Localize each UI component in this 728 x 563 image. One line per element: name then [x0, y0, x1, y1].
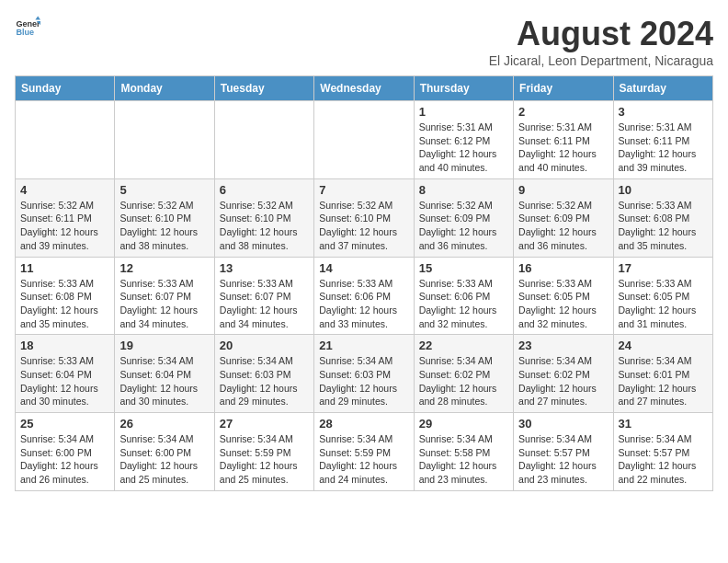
- week-row-4: 18Sunrise: 5:33 AM Sunset: 6:04 PM Dayli…: [16, 335, 713, 413]
- day-info: Sunrise: 5:34 AM Sunset: 6:04 PM Dayligh…: [119, 354, 209, 408]
- calendar-cell: 18Sunrise: 5:33 AM Sunset: 6:04 PM Dayli…: [16, 335, 115, 413]
- calendar-cell: 21Sunrise: 5:34 AM Sunset: 6:03 PM Dayli…: [314, 335, 414, 413]
- day-number: 3: [619, 105, 708, 119]
- title-section: August 2024 El Jicaral, Leon Department,…: [489, 15, 713, 68]
- day-number: 21: [319, 339, 408, 352]
- day-info: Sunrise: 5:34 AM Sunset: 6:02 PM Dayligh…: [518, 354, 608, 408]
- day-number: 27: [220, 417, 309, 431]
- day-info: Sunrise: 5:33 AM Sunset: 6:05 PM Dayligh…: [518, 277, 608, 331]
- day-info: Sunrise: 5:34 AM Sunset: 6:01 PM Dayligh…: [619, 354, 708, 408]
- day-number: 28: [319, 417, 408, 431]
- day-info: Sunrise: 5:32 AM Sunset: 6:10 PM Dayligh…: [119, 199, 209, 253]
- logo-icon: General Blue: [15, 15, 40, 40]
- calendar-cell: 16Sunrise: 5:33 AM Sunset: 6:05 PM Dayli…: [514, 257, 613, 335]
- day-number: 22: [419, 339, 508, 352]
- day-info: Sunrise: 5:33 AM Sunset: 6:08 PM Dayligh…: [20, 277, 109, 331]
- calendar-cell: [314, 101, 414, 179]
- day-info: Sunrise: 5:31 AM Sunset: 6:12 PM Dayligh…: [419, 121, 508, 175]
- day-number: 16: [518, 261, 608, 275]
- day-number: 1: [419, 105, 508, 119]
- calendar-cell: [214, 101, 313, 179]
- calendar-cell: 10Sunrise: 5:33 AM Sunset: 6:08 PM Dayli…: [613, 178, 712, 257]
- week-row-1: 1Sunrise: 5:31 AM Sunset: 6:12 PM Daylig…: [16, 101, 713, 179]
- calendar-table: SundayMondayTuesdayWednesdayThursdayFrid…: [15, 75, 713, 491]
- day-info: Sunrise: 5:34 AM Sunset: 5:59 PM Dayligh…: [220, 432, 309, 487]
- calendar-cell: 29Sunrise: 5:34 AM Sunset: 5:58 PM Dayli…: [414, 413, 513, 491]
- day-info: Sunrise: 5:34 AM Sunset: 5:58 PM Dayligh…: [419, 432, 508, 487]
- week-row-5: 25Sunrise: 5:34 AM Sunset: 6:00 PM Dayli…: [16, 413, 713, 491]
- main-title: August 2024: [489, 15, 713, 53]
- page-header: General Blue August 2024 El Jicaral, Leo…: [15, 15, 713, 68]
- calendar-cell: 9Sunrise: 5:32 AM Sunset: 6:09 PM Daylig…: [514, 178, 613, 257]
- day-number: 24: [619, 339, 708, 352]
- calendar-cell: 12Sunrise: 5:33 AM Sunset: 6:07 PM Dayli…: [115, 257, 214, 335]
- calendar-cell: [115, 101, 214, 179]
- day-info: Sunrise: 5:34 AM Sunset: 6:03 PM Dayligh…: [319, 354, 408, 408]
- calendar-cell: 20Sunrise: 5:34 AM Sunset: 6:03 PM Dayli…: [214, 335, 313, 413]
- day-number: 20: [220, 339, 309, 352]
- calendar-cell: 1Sunrise: 5:31 AM Sunset: 6:12 PM Daylig…: [414, 101, 513, 179]
- week-row-3: 11Sunrise: 5:33 AM Sunset: 6:08 PM Dayli…: [16, 257, 713, 335]
- svg-marker-2: [35, 16, 40, 19]
- calendar-cell: 28Sunrise: 5:34 AM Sunset: 5:59 PM Dayli…: [314, 413, 414, 491]
- day-header-sunday: Sunday: [16, 76, 115, 101]
- calendar-cell: 6Sunrise: 5:32 AM Sunset: 6:10 PM Daylig…: [214, 178, 313, 257]
- calendar-cell: 19Sunrise: 5:34 AM Sunset: 6:04 PM Dayli…: [115, 335, 214, 413]
- day-number: 30: [518, 417, 608, 431]
- day-info: Sunrise: 5:32 AM Sunset: 6:11 PM Dayligh…: [20, 199, 109, 253]
- calendar-cell: 7Sunrise: 5:32 AM Sunset: 6:10 PM Daylig…: [314, 178, 414, 257]
- day-number: 5: [119, 183, 209, 197]
- calendar-cell: [16, 101, 115, 179]
- svg-text:General: General: [16, 19, 40, 29]
- day-number: 25: [20, 417, 109, 431]
- day-number: 15: [419, 261, 508, 275]
- calendar-cell: 3Sunrise: 5:31 AM Sunset: 6:11 PM Daylig…: [613, 101, 712, 179]
- day-number: 17: [619, 261, 708, 275]
- day-info: Sunrise: 5:33 AM Sunset: 6:07 PM Dayligh…: [119, 277, 209, 331]
- day-number: 13: [220, 261, 309, 275]
- calendar-cell: 2Sunrise: 5:31 AM Sunset: 6:11 PM Daylig…: [514, 101, 613, 179]
- day-number: 12: [119, 261, 209, 275]
- day-info: Sunrise: 5:33 AM Sunset: 6:08 PM Dayligh…: [619, 199, 708, 253]
- day-info: Sunrise: 5:32 AM Sunset: 6:10 PM Dayligh…: [319, 199, 408, 253]
- day-info: Sunrise: 5:34 AM Sunset: 6:00 PM Dayligh…: [119, 432, 209, 487]
- calendar-cell: 22Sunrise: 5:34 AM Sunset: 6:02 PM Dayli…: [414, 335, 513, 413]
- calendar-cell: 17Sunrise: 5:33 AM Sunset: 6:05 PM Dayli…: [613, 257, 712, 335]
- day-info: Sunrise: 5:32 AM Sunset: 6:10 PM Dayligh…: [220, 199, 309, 253]
- calendar-cell: 26Sunrise: 5:34 AM Sunset: 6:00 PM Dayli…: [115, 413, 214, 491]
- day-info: Sunrise: 5:32 AM Sunset: 6:09 PM Dayligh…: [419, 199, 508, 253]
- day-info: Sunrise: 5:33 AM Sunset: 6:07 PM Dayligh…: [220, 277, 309, 331]
- day-number: 18: [20, 339, 109, 352]
- calendar-cell: 25Sunrise: 5:34 AM Sunset: 6:00 PM Dayli…: [16, 413, 115, 491]
- calendar-cell: 27Sunrise: 5:34 AM Sunset: 5:59 PM Dayli…: [214, 413, 313, 491]
- svg-text:Blue: Blue: [16, 28, 34, 37]
- day-info: Sunrise: 5:33 AM Sunset: 6:04 PM Dayligh…: [20, 354, 109, 408]
- calendar-body: 1Sunrise: 5:31 AM Sunset: 6:12 PM Daylig…: [16, 101, 713, 491]
- day-header-wednesday: Wednesday: [314, 76, 414, 101]
- calendar-header: SundayMondayTuesdayWednesdayThursdayFrid…: [16, 76, 713, 101]
- day-info: Sunrise: 5:34 AM Sunset: 6:03 PM Dayligh…: [220, 354, 309, 408]
- day-header-tuesday: Tuesday: [214, 76, 313, 101]
- day-number: 14: [319, 261, 408, 275]
- calendar-cell: 14Sunrise: 5:33 AM Sunset: 6:06 PM Dayli…: [314, 257, 414, 335]
- day-number: 23: [518, 339, 608, 352]
- days-of-week-row: SundayMondayTuesdayWednesdayThursdayFrid…: [16, 76, 713, 101]
- day-info: Sunrise: 5:31 AM Sunset: 6:11 PM Dayligh…: [518, 121, 608, 175]
- day-number: 6: [220, 183, 309, 197]
- calendar-cell: 30Sunrise: 5:34 AM Sunset: 5:57 PM Dayli…: [514, 413, 613, 491]
- day-number: 26: [119, 417, 209, 431]
- day-info: Sunrise: 5:34 AM Sunset: 5:59 PM Dayligh…: [319, 432, 408, 487]
- day-number: 19: [119, 339, 209, 352]
- day-number: 29: [419, 417, 508, 431]
- day-header-monday: Monday: [115, 76, 214, 101]
- calendar-cell: 8Sunrise: 5:32 AM Sunset: 6:09 PM Daylig…: [414, 178, 513, 257]
- day-info: Sunrise: 5:33 AM Sunset: 6:06 PM Dayligh…: [319, 277, 408, 331]
- calendar-cell: 15Sunrise: 5:33 AM Sunset: 6:06 PM Dayli…: [414, 257, 513, 335]
- subtitle: El Jicaral, Leon Department, Nicaragua: [489, 53, 713, 68]
- day-header-friday: Friday: [514, 76, 613, 101]
- day-info: Sunrise: 5:34 AM Sunset: 6:00 PM Dayligh…: [20, 432, 109, 487]
- day-number: 4: [20, 183, 109, 197]
- day-info: Sunrise: 5:34 AM Sunset: 6:02 PM Dayligh…: [419, 354, 508, 408]
- day-info: Sunrise: 5:34 AM Sunset: 5:57 PM Dayligh…: [619, 432, 708, 487]
- day-number: 31: [619, 417, 708, 431]
